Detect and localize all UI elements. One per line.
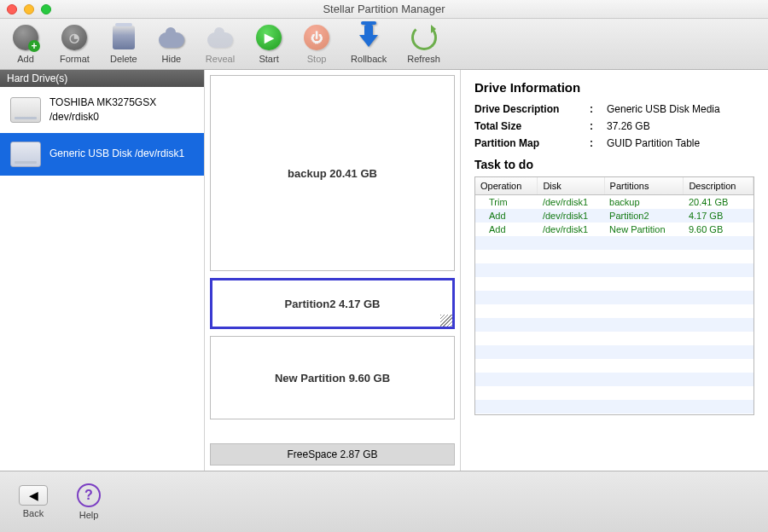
- table-row-empty: [475, 359, 753, 373]
- table-row-empty: [475, 277, 753, 291]
- task-table[interactable]: Operation Disk Partitions Description Tr…: [474, 176, 754, 415]
- trash-icon: [113, 26, 135, 49]
- add-button[interactable]: + Add: [12, 24, 39, 64]
- col-disk[interactable]: Disk: [538, 177, 604, 195]
- back-button[interactable]: ◀ Back: [19, 485, 48, 518]
- partition-view: backup 20.41 GBPartition2 4.17 GBNew Par…: [205, 70, 461, 471]
- table-row-empty: [475, 304, 753, 318]
- partition-block-1[interactable]: Partition2 4.17 GB: [210, 278, 455, 329]
- info-row: Total Size:37.26 GB: [474, 120, 754, 132]
- info-label: Drive Description: [474, 103, 590, 115]
- plus-icon: +: [28, 40, 40, 52]
- table-row-empty: [475, 373, 753, 386]
- help-button[interactable]: ? Help: [77, 483, 101, 520]
- table-row-empty: [475, 400, 753, 413]
- drive-icon: [10, 142, 41, 167]
- window-title: Stellar Partition Manager: [0, 3, 768, 15]
- drive-info-title: Drive Information: [474, 80, 754, 95]
- table-row-empty: [475, 332, 753, 345]
- table-row-empty: [475, 413, 753, 415]
- rollback-button[interactable]: Rollback: [351, 24, 387, 64]
- table-row-empty: [475, 345, 753, 359]
- table-row-empty: [475, 236, 753, 250]
- col-operation[interactable]: Operation: [475, 177, 538, 195]
- reveal-button: Reveal: [206, 24, 235, 64]
- refresh-icon: [411, 25, 437, 50]
- partition-block-2[interactable]: New Partition 9.60 GB: [210, 336, 455, 419]
- power-icon: ⏻: [311, 31, 323, 44]
- table-row-empty: [475, 386, 753, 400]
- play-icon: ▶: [265, 31, 274, 44]
- sidebar-header: Hard Drive(s): [0, 70, 204, 87]
- table-row[interactable]: Add/dev/rdisk1New Partition9.60 GB: [475, 223, 753, 236]
- resize-handle[interactable]: [440, 315, 452, 327]
- info-value: 37.26 GB: [607, 120, 754, 132]
- format-button[interactable]: ◔ Format: [60, 24, 90, 64]
- table-row[interactable]: Trim/dev/rdisk1backup20.41 GB: [475, 195, 753, 210]
- info-label: Total Size: [474, 120, 590, 132]
- refresh-button[interactable]: Refresh: [407, 24, 440, 64]
- task-title: Task to do: [474, 158, 754, 171]
- table-row-empty: [475, 318, 753, 332]
- freespace-block: FreeSpace 2.87 GB: [210, 443, 455, 466]
- col-description[interactable]: Description: [684, 177, 753, 195]
- rollback-icon: [359, 35, 378, 47]
- stop-button: ⏻ Stop: [303, 24, 330, 64]
- sidebar-item-drive-0[interactable]: TOSHIBA MK3275GSX/dev/rdisk0: [0, 87, 204, 133]
- table-row-empty: [475, 263, 753, 277]
- drive-icon: [10, 97, 41, 123]
- format-icon: ◔: [69, 31, 79, 44]
- cloud-reveal-icon: [207, 32, 233, 48]
- start-button[interactable]: ▶ Start: [255, 24, 282, 64]
- info-row: Drive Description:Generic USB Disk Media: [474, 103, 754, 115]
- info-value: Generic USB Disk Media: [607, 103, 754, 115]
- table-row-empty: [475, 291, 753, 304]
- arrow-left-icon: ◀: [19, 485, 48, 506]
- cloud-icon: [159, 32, 184, 48]
- drive-label: TOSHIBA MK3275GSX/dev/rdisk0: [49, 95, 156, 124]
- titlebar: Stellar Partition Manager: [0, 0, 768, 19]
- info-panel: Drive Information Drive Description:Gene…: [461, 70, 768, 471]
- question-icon: ?: [77, 483, 101, 507]
- bottombar: ◀ Back ? Help: [0, 471, 768, 532]
- main-content: Hard Drive(s) TOSHIBA MK3275GSX/dev/rdis…: [0, 70, 768, 471]
- info-label: Partition Map: [474, 137, 590, 149]
- drive-label: Generic USB Disk /dev/rdisk1: [49, 147, 184, 161]
- info-value: GUID Partition Table: [607, 137, 754, 149]
- sidebar: Hard Drive(s) TOSHIBA MK3275GSX/dev/rdis…: [0, 70, 205, 471]
- table-row-empty: [475, 250, 753, 263]
- hide-button[interactable]: Hide: [158, 24, 185, 64]
- col-partitions[interactable]: Partitions: [604, 177, 684, 195]
- table-row[interactable]: Add/dev/rdisk1Partition24.17 GB: [475, 209, 753, 223]
- delete-button[interactable]: Delete: [110, 24, 137, 64]
- info-row: Partition Map:GUID Partition Table: [474, 137, 754, 149]
- partition-block-0[interactable]: backup 20.41 GB: [210, 75, 455, 271]
- toolbar: + Add ◔ Format Delete Hide Reveal ▶ Star…: [0, 19, 768, 70]
- sidebar-item-drive-1[interactable]: Generic USB Disk /dev/rdisk1: [0, 133, 204, 176]
